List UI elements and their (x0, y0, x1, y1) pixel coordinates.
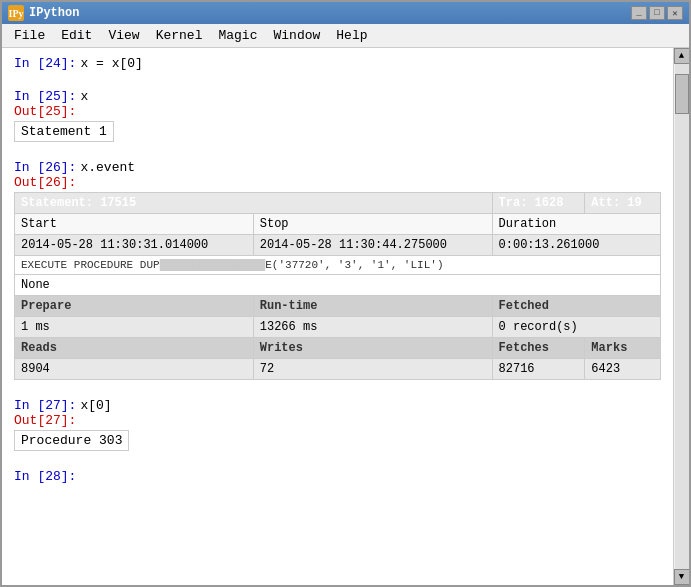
table-section1-values: 1 ms 13266 ms 0 record(s) (15, 317, 661, 338)
menu-kernel[interactable]: Kernel (148, 26, 211, 45)
sec2-val0: 8904 (15, 359, 254, 380)
sec1-col1: Run-time (253, 296, 492, 317)
close-button[interactable]: ✕ (667, 6, 683, 20)
prompt-in-26: In [26]: (14, 160, 76, 175)
table-header-row: Statement: 17515 Tra: 1628 Att: 19 (15, 193, 661, 214)
window-title: IPython (29, 6, 79, 20)
menu-help[interactable]: Help (328, 26, 375, 45)
table-section2-headers: Reads Writes Fetches Marks (15, 338, 661, 359)
output-value-27: 303 (99, 433, 122, 448)
prompt-out-25: Out[25]: (14, 104, 76, 119)
dt-duration: 0:00:13.261000 (492, 235, 660, 256)
event-table: Statement: 17515 Tra: 1628 Att: 19 (14, 192, 661, 380)
col-duration: Duration (492, 214, 660, 235)
sec2-col0: Reads (15, 338, 254, 359)
menu-file[interactable]: File (6, 26, 53, 45)
scrollbar-thumb[interactable] (675, 74, 689, 114)
none-text: None (15, 275, 661, 296)
col-stop: Stop (253, 214, 492, 235)
maximize-button[interactable]: □ (649, 6, 665, 20)
prompt-out-27: Out[27]: (14, 413, 76, 428)
code-28 (80, 469, 88, 484)
prompt-in-28: In [28]: (14, 469, 76, 484)
cell-24-input: In [24]: x = x[0] (14, 56, 661, 71)
cell-25-output-prompt: Out[25]: (14, 104, 661, 119)
table-section1-headers: Prepare Run-time Fetched (15, 296, 661, 317)
output-box-25: Statement 1 (14, 121, 114, 142)
cell-24: In [24]: x = x[0] (14, 56, 661, 71)
notebook[interactable]: In [24]: x = x[0] In [25]: x Out[25]: St… (2, 48, 673, 585)
scrollbar-track[interactable] (675, 64, 689, 569)
menu-magic[interactable]: Magic (210, 26, 265, 45)
header-tra: Tra: 1628 (492, 193, 585, 214)
scroll-down-button[interactable]: ▼ (674, 569, 690, 585)
prompt-in-27: In [27]: (14, 398, 76, 413)
dt-start: 2014-05-28 11:30:31.014000 (15, 235, 254, 256)
cell-27: In [27]: x[0] Out[27]: Procedure 303 (14, 398, 661, 451)
table-section2-values: 8904 72 82716 6423 (15, 359, 661, 380)
output-label-25: Statement (21, 124, 91, 139)
code-27: x[0] (80, 398, 111, 413)
window-controls: _ □ ✕ (631, 6, 683, 20)
code-25: x (80, 89, 88, 104)
sec2-val3: 6423 (585, 359, 661, 380)
code-26: x.event (80, 160, 135, 175)
output-value-25: 1 (99, 124, 107, 139)
sec2-val1: 72 (253, 359, 492, 380)
cell-27-output-prompt: Out[27]: (14, 413, 661, 428)
table-none-row: None (15, 275, 661, 296)
sec1-col0: Prepare (15, 296, 254, 317)
sec1-col2: Fetched (492, 296, 660, 317)
col-start: Start (15, 214, 254, 235)
prompt-in-24: In [24]: (14, 56, 76, 71)
cell-25-output: Statement 1 (14, 119, 661, 142)
code-24: x = x[0] (80, 56, 142, 71)
cell-28: In [28]: (14, 469, 661, 484)
cell-26-output-prompt: Out[26]: (14, 175, 661, 190)
sec1-val0: 1 ms (15, 317, 254, 338)
menu-view[interactable]: View (100, 26, 147, 45)
sec2-col2: Fetches (492, 338, 585, 359)
titlebar-left: IPy IPython (8, 5, 79, 21)
cell-27-output: Procedure 303 (14, 428, 661, 451)
menubar: File Edit View Kernel Magic Window Help (2, 24, 689, 48)
table-col-headers: Start Stop Duration (15, 214, 661, 235)
header-att: Att: 19 (585, 193, 661, 214)
content-area: In [24]: x = x[0] In [25]: x Out[25]: St… (2, 48, 689, 585)
minimize-button[interactable]: _ (631, 6, 647, 20)
cell-28-input: In [28]: (14, 469, 661, 484)
cell-25: In [25]: x Out[25]: Statement 1 (14, 89, 661, 142)
cell-25-input: In [25]: x (14, 89, 661, 104)
sec2-val2: 82716 (492, 359, 585, 380)
main-window: IPy IPython _ □ ✕ File Edit View Kernel … (0, 0, 691, 587)
table-sql-row: EXECUTE PROCEDURE DUP████████████████E('… (15, 256, 661, 275)
scrollbar: ▲ ▼ (673, 48, 689, 585)
prompt-out-26: Out[26]: (14, 175, 76, 190)
sec1-val2: 0 record(s) (492, 317, 660, 338)
sec2-col3: Marks (585, 338, 661, 359)
scroll-up-button[interactable]: ▲ (674, 48, 690, 64)
titlebar: IPy IPython _ □ ✕ (2, 2, 689, 24)
output-box-27: Procedure 303 (14, 430, 129, 451)
menu-window[interactable]: Window (265, 26, 328, 45)
output-label-27: Procedure (21, 433, 91, 448)
sql-text: EXECUTE PROCEDURE DUP████████████████E('… (15, 256, 661, 275)
menu-edit[interactable]: Edit (53, 26, 100, 45)
cell-26-input: In [26]: x.event (14, 160, 661, 175)
app-icon: IPy (8, 5, 24, 21)
prompt-in-25: In [25]: (14, 89, 76, 104)
table-datetime-row: 2014-05-28 11:30:31.014000 2014-05-28 11… (15, 235, 661, 256)
header-statement: Statement: 17515 (15, 193, 493, 214)
dt-stop: 2014-05-28 11:30:44.275000 (253, 235, 492, 256)
sec1-val1: 13266 ms (253, 317, 492, 338)
cell-27-input: In [27]: x[0] (14, 398, 661, 413)
cell-26: In [26]: x.event Out[26]: Statement: 175… (14, 160, 661, 380)
sec2-col1: Writes (253, 338, 492, 359)
